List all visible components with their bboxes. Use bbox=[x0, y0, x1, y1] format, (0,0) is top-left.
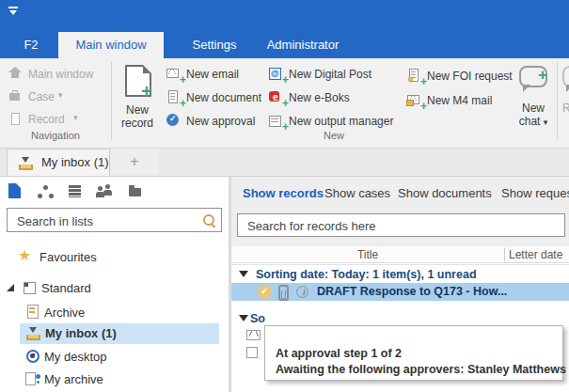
record-icon bbox=[8, 111, 23, 126]
collapse-triangle-icon[interactable] bbox=[239, 315, 248, 321]
star-icon: ★ bbox=[18, 248, 31, 263]
tab-settings[interactable]: Settings bbox=[179, 32, 250, 58]
view-tab-show-records[interactable]: Show records bbox=[243, 186, 324, 200]
column-letter-date[interactable]: Letter date bbox=[509, 248, 562, 261]
column-divider[interactable] bbox=[504, 248, 505, 261]
m4-mail-icon: + bbox=[406, 92, 421, 107]
ribbon: Main window Case ▾ Record ▾ Navigation +… bbox=[0, 58, 569, 149]
email-plus-icon: + bbox=[166, 66, 181, 81]
tab-administrator[interactable]: Administrator bbox=[256, 32, 350, 58]
reply-icon bbox=[562, 66, 569, 87]
group-separator bbox=[111, 62, 112, 140]
tab-my-inbox[interactable]: My inbox (1) bbox=[7, 149, 110, 176]
chevron-down-icon: ▾ bbox=[58, 90, 63, 100]
approval-check-icon bbox=[166, 113, 181, 128]
title-bar bbox=[0, 0, 569, 32]
case-icon bbox=[8, 88, 23, 103]
column-title[interactable]: Title bbox=[231, 248, 504, 261]
attachment-icon bbox=[278, 285, 289, 301]
tree-item-my-inbox[interactable]: My inbox (1) bbox=[20, 323, 219, 344]
tree-item-my-desktop[interactable]: My desktop bbox=[0, 346, 229, 367]
archive-icon bbox=[26, 305, 41, 320]
my-archive-icon bbox=[25, 371, 40, 386]
view-tab-show-requests[interactable]: Show request bbox=[501, 186, 569, 200]
tab-f2[interactable]: F2 bbox=[9, 32, 53, 58]
list-tab-strip: My inbox (1) + bbox=[0, 149, 569, 177]
navigation-group-label: Navigation bbox=[0, 130, 111, 141]
search-in-lists-input[interactable] bbox=[15, 209, 190, 233]
foi-request-icon: + bbox=[406, 68, 421, 83]
inbox-icon bbox=[18, 157, 33, 170]
contacts-icon[interactable] bbox=[96, 184, 115, 199]
expander-open-icon[interactable] bbox=[7, 284, 14, 291]
records-search bbox=[237, 213, 565, 237]
search-records-input[interactable] bbox=[245, 214, 511, 238]
mail-record-icon bbox=[246, 330, 261, 340]
archive-list-icon[interactable] bbox=[68, 183, 83, 198]
search-icon bbox=[202, 213, 217, 228]
tree-item-archive[interactable]: Archive bbox=[0, 302, 229, 322]
inbox-icon bbox=[25, 327, 40, 340]
info-icon[interactable] bbox=[296, 286, 308, 298]
tree-node-standard[interactable]: Standard bbox=[0, 278, 229, 299]
sidebar: ★ Favourites Standard Archive My inbox (… bbox=[0, 177, 229, 392]
tooltip-line-2: Awaiting the following approvers: Stanle… bbox=[276, 362, 566, 378]
digital-post-icon: + bbox=[268, 66, 283, 81]
group-row-today[interactable]: Sorting date: Today: 1 item(s), 1 unread bbox=[231, 264, 569, 283]
record-checkbox[interactable] bbox=[246, 347, 258, 358]
chevron-down-icon: ▾ bbox=[73, 113, 78, 122]
distribution-icon[interactable] bbox=[38, 184, 53, 199]
approval-status-icon bbox=[258, 285, 272, 299]
home-icon bbox=[8, 66, 23, 81]
quick-access-toolbar-icon[interactable] bbox=[8, 7, 19, 16]
ribbon-tab-bar: F2 Main window Settings Administrator bbox=[0, 32, 569, 58]
reply-button-partial[interactable]: R bbox=[561, 62, 569, 143]
add-tab-button[interactable]: + bbox=[111, 149, 158, 176]
record-title: DRAFT Response to Q173 - How... bbox=[317, 285, 507, 298]
folders-icon[interactable] bbox=[128, 183, 143, 198]
document-plus-icon: + bbox=[166, 89, 181, 104]
tab-main-window[interactable]: Main window bbox=[58, 32, 164, 58]
output-manager-icon: + bbox=[268, 113, 283, 128]
list-header: Title Letter date bbox=[231, 246, 569, 263]
view-tab-show-cases[interactable]: Show cases bbox=[324, 186, 390, 200]
plus-icon: + bbox=[538, 66, 547, 85]
favourites-item[interactable]: ★ Favourites bbox=[0, 246, 229, 267]
sidebar-search bbox=[7, 208, 222, 232]
record-row-selected[interactable]: DRAFT Response to Q173 - How... bbox=[231, 283, 569, 301]
f2-main-window: { "colors":{"accent":"#2268c4","row_sele… bbox=[0, 0, 569, 392]
collapse-triangle-icon[interactable] bbox=[239, 271, 248, 277]
eboks-icon: + bbox=[268, 89, 283, 104]
group-separator bbox=[557, 62, 558, 140]
chevron-down-icon: ▾ bbox=[544, 118, 548, 127]
desktop-icon bbox=[25, 349, 40, 364]
approval-tooltip: At approval step 1 of 2 Awaiting the fol… bbox=[264, 325, 563, 381]
records-view-icon[interactable] bbox=[8, 183, 21, 198]
tooltip-line-1: At approval step 1 of 2 bbox=[276, 346, 566, 362]
tree-item-my-archive[interactable]: My archive bbox=[0, 368, 229, 389]
view-tab-show-documents[interactable]: Show documents bbox=[398, 186, 492, 200]
standard-list-icon bbox=[23, 281, 38, 296]
new-group-label: New bbox=[111, 130, 557, 141]
plus-icon: + bbox=[141, 81, 152, 102]
